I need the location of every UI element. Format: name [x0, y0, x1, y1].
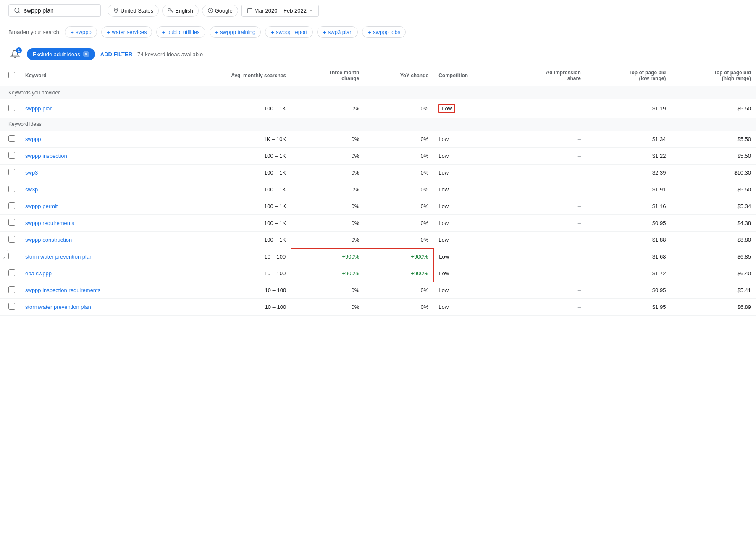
keyword-cell: swppp inspection [20, 148, 174, 165]
search-icon [14, 7, 21, 14]
plus-icon: + [215, 29, 219, 36]
row-checkbox-cell[interactable] [0, 232, 20, 248]
row-checkbox-cell[interactable] [0, 265, 20, 282]
exclude-btn-label: Exclude adult ideas [33, 51, 80, 57]
location-filter[interactable]: United States [108, 5, 159, 17]
row-checkbox[interactable] [8, 253, 15, 259]
table-row: swp3 100 – 1K 0% 0% Low – $2.39 $10.30 [0, 165, 756, 181]
col-bid-low: Top of page bid(low range) [586, 65, 671, 86]
table-row: swppp inspection requirements 10 – 100 0… [0, 282, 756, 299]
keyword-cell: swppp [20, 131, 174, 148]
three-month-cell: 0% [291, 99, 364, 118]
row-checkbox-cell[interactable] [0, 165, 20, 181]
row-checkbox-cell[interactable] [0, 181, 20, 198]
sidebar-toggle-button[interactable] [0, 250, 8, 266]
broaden-chip-swppp-training[interactable]: + swppp training [210, 26, 261, 38]
ad-share-cell: – [505, 215, 586, 232]
chip-label: swppp jobs [373, 29, 400, 35]
table-row: swppp construction 100 – 1K 0% 0% Low – … [0, 232, 756, 248]
broaden-chip-water-services[interactable]: + water services [101, 26, 152, 38]
select-all-checkbox[interactable] [8, 72, 15, 78]
keyword-cell: swppp inspection requirements [20, 282, 174, 299]
bid-low-cell: $0.95 [586, 282, 671, 299]
table-row: stormwater prevention plan 10 – 100 0% 0… [0, 299, 756, 316]
keyword-cell: stormwater prevention plan [20, 299, 174, 316]
bid-high-cell: $5.50 [671, 99, 756, 118]
row-checkbox-cell[interactable] [0, 99, 20, 118]
source-filter[interactable]: Google [202, 5, 238, 17]
broaden-chip-swppp-report[interactable]: + swppp report [265, 26, 313, 38]
competition-cell: Low [433, 248, 504, 265]
row-checkbox[interactable] [8, 269, 15, 276]
add-filter-button[interactable]: ADD FILTER [100, 51, 132, 57]
notification-icon[interactable]: 1 [8, 47, 22, 61]
row-checkbox[interactable] [8, 135, 15, 142]
yoy-cell: 0% [364, 232, 433, 248]
col-three-month: Three monthchange [291, 65, 364, 86]
competition-value: Low [438, 104, 455, 113]
bid-high-cell: $5.50 [671, 181, 756, 198]
competition-cell: Low [433, 131, 504, 148]
monthly-cell: 1K – 10K [174, 131, 291, 148]
yoy-cell: 0% [364, 282, 433, 299]
keyword-table-wrap: Keyword Avg. monthly searches Three mont… [0, 65, 756, 316]
keyword-cell: swppp permit [20, 198, 174, 215]
broaden-chip-swppp-jobs[interactable]: + swppp jobs [362, 26, 406, 38]
row-checkbox[interactable] [8, 286, 15, 293]
broaden-chip-public-utilities[interactable]: + public utilities [156, 26, 205, 38]
col-bid-high: Top of page bid(high range) [671, 65, 756, 86]
row-checkbox[interactable] [8, 169, 15, 175]
row-checkbox-cell[interactable] [0, 299, 20, 316]
row-checkbox[interactable] [8, 186, 15, 192]
bid-low-cell: $1.22 [586, 148, 671, 165]
row-checkbox-cell[interactable] [0, 198, 20, 215]
row-checkbox[interactable] [8, 152, 15, 159]
keyword-cell: swppp construction [20, 232, 174, 248]
col-yoy: YoY change [364, 65, 433, 86]
row-checkbox-cell[interactable] [0, 148, 20, 165]
broaden-chip-swp3-plan[interactable]: + swp3 plan [317, 26, 358, 38]
ad-share-cell: – [505, 282, 586, 299]
keyword-cell: storm water prevention plan [20, 248, 174, 265]
row-checkbox[interactable] [8, 105, 15, 111]
col-competition: Competition [433, 65, 504, 86]
col-monthly: Avg. monthly searches [174, 65, 291, 86]
monthly-cell: 10 – 100 [174, 265, 291, 282]
competition-cell: Low [433, 181, 504, 198]
yoy-cell: 0% [364, 299, 433, 316]
select-all-header[interactable] [0, 65, 20, 86]
monthly-cell: 10 – 100 [174, 248, 291, 265]
monthly-cell: 100 – 1K [174, 165, 291, 181]
date-filter[interactable]: Mar 2020 – Feb 2022 [242, 5, 319, 17]
exclude-adult-button[interactable]: Exclude adult ideas ✕ [27, 48, 95, 60]
chip-label: swppp training [220, 29, 255, 35]
broaden-chip-swppp[interactable]: + swppp [65, 26, 97, 38]
row-checkbox[interactable] [8, 236, 15, 243]
monthly-cell: 10 – 100 [174, 299, 291, 316]
competition-cell: Low [433, 282, 504, 299]
date-range-label: Mar 2020 – Feb 2022 [255, 8, 307, 14]
keyword-cell: epa swppp [20, 265, 174, 282]
yoy-cell: 0% [364, 165, 433, 181]
ad-share-cell: – [505, 99, 586, 118]
language-filter[interactable]: English [162, 5, 199, 17]
row-checkbox[interactable] [8, 202, 15, 209]
competition-cell: Low [433, 232, 504, 248]
monthly-cell: 100 – 1K [174, 232, 291, 248]
row-checkbox[interactable] [8, 303, 15, 310]
keyword-cell: swp3 [20, 165, 174, 181]
close-icon[interactable]: ✕ [83, 51, 89, 57]
yoy-cell: 0% [364, 99, 433, 118]
section-label: Keyword ideas [0, 118, 756, 131]
three-month-cell: 0% [291, 165, 364, 181]
bid-low-cell: $1.68 [586, 248, 671, 265]
row-checkbox-cell[interactable] [0, 282, 20, 299]
row-checkbox[interactable] [8, 219, 15, 226]
row-checkbox-cell[interactable] [0, 131, 20, 148]
ad-share-cell: – [505, 131, 586, 148]
header: swppp plan United States English Google … [0, 0, 756, 21]
monthly-cell: 10 – 100 [174, 282, 291, 299]
row-checkbox-cell[interactable] [0, 215, 20, 232]
search-box[interactable]: swppp plan [8, 4, 101, 17]
three-month-cell: 0% [291, 131, 364, 148]
